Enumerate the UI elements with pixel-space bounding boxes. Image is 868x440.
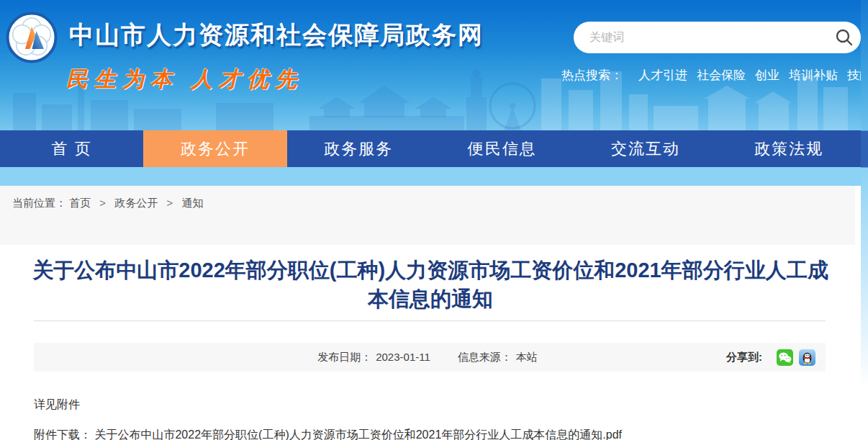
article-meta: 发布日期：2023-01-11信息来源：本站	[317, 351, 542, 364]
search-button[interactable]	[828, 22, 861, 53]
breadcrumb-band: 当前位置： 首页 > 政务公开 > 通知	[0, 186, 855, 245]
attachment-pdf-link[interactable]: 关于公布中山市2022年部分职位(工种)人力资源市场工资价位和2021年部分行业…	[94, 428, 622, 440]
site-title: 中山市人力资源和社会保障局政务网	[69, 19, 484, 52]
breadcrumb: 当前位置： 首页 > 政务公开 > 通知	[12, 197, 855, 210]
breadcrumb-separator: >	[99, 197, 106, 209]
breadcrumb-label: 当前位置：	[12, 197, 66, 209]
breadcrumb-link-notice[interactable]: 通知	[181, 197, 203, 209]
attachment-row: 附件下载： 关于公布中山市2022年部分职位(工种)人力资源市场工资价位和202…	[34, 428, 861, 440]
main-nav: 首 页 政务公开 政务服务 便民信息 交流互动 政策法规	[0, 130, 861, 167]
nav-tab-interaction[interactable]: 交流互动	[574, 130, 717, 167]
hot-search-label: 热点搜索：	[561, 67, 623, 84]
publish-date-label: 发布日期：	[317, 351, 371, 363]
hot-search-link-talent[interactable]: 人才引进	[638, 67, 687, 84]
nav-tab-home[interactable]: 首 页	[0, 130, 143, 167]
source-label: 信息来源：	[458, 351, 512, 363]
hot-search-link-skill-appraisal[interactable]: 技能鉴定	[847, 67, 861, 84]
breadcrumb-separator: >	[166, 197, 173, 209]
breadcrumb-link-home[interactable]: 首页	[69, 197, 91, 209]
search-input[interactable]	[589, 31, 828, 44]
nav-tab-gov-disclosure[interactable]: 政务公开	[143, 130, 286, 167]
page-scroll-gutter[interactable]	[861, 0, 868, 440]
attachment-label: 附件下载：	[34, 428, 91, 440]
qq-icon[interactable]	[799, 349, 815, 366]
wechat-icon[interactable]	[777, 349, 793, 366]
title-divider	[34, 320, 826, 321]
article-body-text: 详见附件	[34, 398, 861, 413]
breadcrumb-link-gov-disclosure[interactable]: 政务公开	[114, 197, 158, 209]
share-label: 分享到:	[726, 351, 762, 364]
nav-tab-policies[interactable]: 政策法规	[718, 130, 861, 167]
site-slogan: 民生为本 人才优先	[66, 65, 303, 94]
hot-search-link-startup[interactable]: 创业	[755, 67, 779, 84]
publish-date-value: 2023-01-11	[376, 351, 430, 363]
nav-underline-strip	[0, 167, 861, 186]
page: 中山市人力资源和社会保障局政务网 民生为本 人才优先 热点搜索： 人才引进 社会…	[0, 0, 868, 440]
search-icon	[835, 28, 854, 47]
share-bar: 分享到:	[726, 343, 815, 372]
article: 关于公布中山市2022年部分职位(工种)人力资源市场工资价位和2021年部分行业…	[0, 256, 861, 440]
hot-search-link-training-subsidy[interactable]: 培训补贴	[789, 67, 838, 84]
source-value: 本站	[516, 351, 538, 363]
hot-search-link-social-insurance[interactable]: 社会保险	[697, 67, 746, 84]
search-box	[574, 22, 861, 53]
article-title: 关于公布中山市2022年部分职位(工种)人力资源市场工资价位和2021年部分行业…	[32, 256, 829, 313]
nav-tab-public-info[interactable]: 便民信息	[430, 130, 574, 167]
bureau-logo	[6, 12, 58, 63]
hot-search-bar: 热点搜索： 人才引进 社会保险 创业 培训补贴 技能鉴定	[561, 67, 861, 84]
site-header: 中山市人力资源和社会保障局政务网 民生为本 人才优先 热点搜索： 人才引进 社会…	[0, 0, 861, 130]
article-meta-band: 发布日期：2023-01-11信息来源：本站 分享到:	[34, 343, 826, 372]
nav-tab-gov-services[interactable]: 政务服务	[287, 130, 430, 167]
